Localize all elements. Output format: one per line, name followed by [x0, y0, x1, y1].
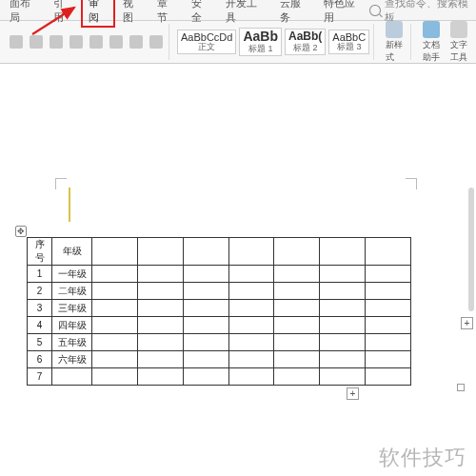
table-move-handle[interactable]: ✥ [15, 226, 27, 237]
styles-group: AaBbCcDd正文 AaBb标题 1 AaBb(标题 2 AaBbC标题 3 [173, 24, 374, 60]
align-left-button[interactable] [8, 33, 25, 50]
bullets-button[interactable] [48, 33, 65, 50]
margin-corner-tl [55, 178, 67, 189]
text-cursor [69, 188, 70, 222]
bullets-icon [50, 35, 63, 49]
borders-button[interactable] [128, 33, 145, 50]
indent-button[interactable] [88, 33, 105, 50]
indent-icon [89, 35, 103, 49]
dochelper-icon [423, 21, 440, 38]
header-col1[interactable]: 序号 [28, 238, 52, 266]
line-spacing-icon [109, 35, 123, 49]
table-row: 3三年级 [28, 300, 411, 317]
table-row: 5五年级 [28, 334, 411, 351]
align-center-button[interactable] [28, 33, 45, 50]
numbering-icon [69, 35, 83, 49]
table-header-row: 序号 年级 [28, 238, 411, 266]
table-resize-handle[interactable] [457, 384, 465, 391]
align-center-icon [30, 35, 43, 49]
shading-button[interactable] [148, 33, 165, 50]
table-row: 7 [28, 368, 411, 386]
scrollbar-thumb[interactable] [468, 188, 474, 311]
ribbon-toolbar: AaBbCcDd正文 AaBb标题 1 AaBb(标题 2 AaBbC标题 3 … [0, 21, 476, 64]
data-table[interactable]: 序号 年级 1一年级 2二年级 3三年级 4四年级 5五年级 6六年级 7 [27, 237, 411, 386]
watermark-text: 软件技巧 [379, 444, 466, 472]
style-heading2[interactable]: AaBb(标题 2 [285, 29, 326, 54]
texttool-icon [450, 21, 467, 38]
newstyle-icon [386, 21, 403, 38]
align-left-icon [10, 35, 23, 49]
newstyle-button[interactable]: 新样式 [382, 21, 407, 64]
style-heading3[interactable]: AaBbC标题 3 [328, 30, 369, 54]
add-row-button[interactable]: + [347, 387, 359, 400]
table-row: 6六年级 [28, 351, 411, 368]
table-row: 4四年级 [28, 317, 411, 334]
document-canvas[interactable]: ✥ 序号 年级 1一年级 2二年级 3三年级 4四年级 5五年级 6六年级 7 … [0, 64, 476, 476]
search-icon [369, 5, 380, 16]
table-row: 1一年级 [28, 266, 411, 283]
style-normal[interactable]: AaBbCcDd正文 [177, 30, 236, 54]
tools-group: 文档助手 文字工具 [415, 24, 475, 60]
shading-icon [149, 35, 163, 49]
header-col2[interactable]: 年级 [52, 238, 92, 266]
table-container: ✥ 序号 年级 1一年级 2二年级 3三年级 4四年级 5五年级 6六年级 7 … [27, 237, 459, 386]
line-spacing-button[interactable] [108, 33, 125, 50]
margin-corner-tr [406, 178, 417, 189]
newstyle-group: 新样式 [378, 24, 411, 60]
borders-icon [129, 35, 143, 49]
numbering-button[interactable] [68, 33, 85, 50]
add-column-button[interactable]: + [461, 317, 473, 329]
menu-tabs: 面布局 引用 审阅 视图 章节 安全 开发工具 云服务 特色应用 查找命令、搜索… [0, 0, 476, 21]
texttool-button[interactable]: 文字工具 [446, 21, 471, 64]
table-row: 2二年级 [28, 283, 411, 300]
style-heading1[interactable]: AaBb标题 1 [239, 28, 282, 55]
dochelper-button[interactable]: 文档助手 [419, 21, 444, 64]
paragraph-group [4, 24, 169, 60]
